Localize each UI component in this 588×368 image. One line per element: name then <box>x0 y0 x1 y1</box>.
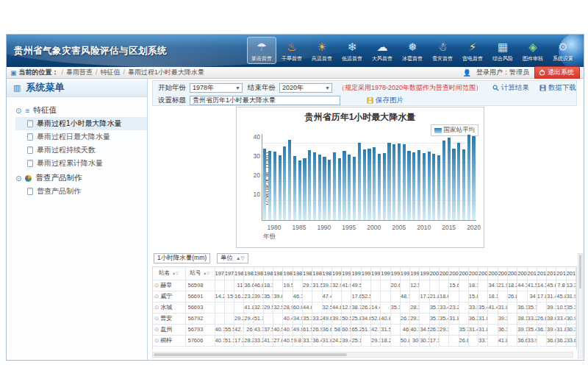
end-year-select[interactable]: 2020年 ▼ <box>279 83 332 93</box>
expand-row-icon[interactable]: ⊙ <box>154 315 159 322</box>
toolbar-item-drought-survey[interactable]: ♨干旱普查 <box>277 37 306 64</box>
toolbar-item-composite-risk[interactable]: ▦综合风险 <box>488 37 517 64</box>
year-header-1981[interactable]: 1981 <box>244 267 254 280</box>
year-header-1989[interactable]: 1989 <box>322 267 331 280</box>
year-header-2003[interactable]: 2003 <box>459 267 468 280</box>
station-id-header[interactable]: 站号 ▲▽ <box>185 267 215 280</box>
year-header-2007[interactable]: 2007 <box>498 267 507 280</box>
toolbar-item-wind-survey[interactable]: ☁大风普查 <box>368 37 397 64</box>
toolbar-item-hail-survey[interactable]: ❅冰雹普查 <box>398 37 427 64</box>
toolbar-item-system-settings[interactable]: ⚙系统设置 <box>548 37 578 64</box>
value-cell: 35.7 <box>527 302 537 313</box>
year-header-1983[interactable]: 1983 <box>263 267 273 280</box>
year-header-2001[interactable]: 2001 <box>439 267 448 280</box>
year-header-1999[interactable]: 1999 <box>420 267 429 280</box>
value-cell: 15.8 <box>468 291 478 302</box>
sidebar-item[interactable]: 暴雨过程持续天数 <box>15 144 147 157</box>
year-header-2012[interactable]: 2012 <box>547 267 556 280</box>
sort-arrows-icon[interactable]: ▲▽ <box>171 271 179 275</box>
station-name-header[interactable]: 站名 ▲▽ <box>153 267 185 280</box>
year-header-1986[interactable]: 1986 <box>293 267 302 280</box>
horizontal-scrollbar-thumb[interactable] <box>154 353 347 356</box>
year-header-1997[interactable]: 1997 <box>400 267 409 280</box>
value-cell <box>517 291 527 302</box>
vertical-scrollbar-thumb[interactable] <box>579 255 581 289</box>
year-header-1979[interactable]: 1979 <box>224 267 234 280</box>
year-header-1984[interactable]: 1984 <box>273 267 283 280</box>
chart-title-input[interactable]: 贵州省历年1小时最大降水量 <box>190 96 340 105</box>
year-header-1992[interactable]: 1992 <box>351 267 361 280</box>
toolbar-item-lightning-survey[interactable]: ⚡雷电普查 <box>458 37 487 64</box>
year-header-1980[interactable]: 1980 <box>234 267 244 280</box>
bar-2008 <box>412 152 415 220</box>
year-header-2013[interactable]: 2013 <box>556 267 566 280</box>
value-cell: 31.9 <box>566 291 576 302</box>
year-header-1988[interactable]: 1988 <box>312 267 322 280</box>
year-header-2011[interactable]: 2011 <box>537 267 546 280</box>
year-header-1991[interactable]: 1991 <box>342 267 351 280</box>
save-image-button[interactable]: 保存图片 <box>367 96 404 105</box>
year-header-2008[interactable]: 2008 <box>507 267 517 280</box>
expand-row-icon[interactable]: ⊙ <box>154 282 159 289</box>
station-name-cell[interactable]: ⊙赫章 <box>153 280 185 291</box>
data-download-button[interactable]: 数据下载 <box>539 83 576 93</box>
year-header-2006[interactable]: 2006 <box>488 267 498 280</box>
year-header-1990[interactable]: 1990 <box>331 267 341 280</box>
year-header-1995[interactable]: 1995 <box>381 267 390 280</box>
horizontal-scrollbar[interactable] <box>152 352 573 358</box>
year-header-2000[interactable]: 2000 <box>429 267 439 280</box>
toolbar-item-low-temp-survey[interactable]: ❄低温普查 <box>337 37 367 64</box>
breadcrumb-item[interactable]: 特征值 <box>101 68 121 76</box>
station-name-cell[interactable]: ⊙威宁 <box>153 291 185 302</box>
expand-row-icon[interactable]: ⊙ <box>154 293 159 300</box>
year-header-2005[interactable]: 2005 <box>478 267 488 280</box>
breadcrumb-item[interactable]: 暴雨普查 <box>66 68 93 76</box>
toolbar-item-map-audit[interactable]: ◈图件审核 <box>518 37 548 64</box>
expand-toggle-icon[interactable]: ⊙ <box>15 107 21 115</box>
unit-selector-value: 单位 <box>220 254 233 263</box>
sidebar-group-1[interactable]: ⊙普查产品制作 <box>15 171 147 185</box>
year-header-2002[interactable]: 2002 <box>449 267 459 280</box>
value-cell <box>478 291 488 302</box>
value-cell: 13.3 <box>566 280 576 291</box>
sidebar-group-0[interactable]: ⊙≡特征值 <box>15 104 147 117</box>
sort-arrows-icon[interactable]: ▲▽ <box>201 271 209 275</box>
year-header-1993[interactable]: 1993 <box>361 267 370 280</box>
logout-button[interactable]: 退出系统 <box>534 66 580 79</box>
sidebar-item[interactable]: 普查产品制作 <box>15 185 147 198</box>
start-year-select[interactable]: 1978年 ▼ <box>190 83 243 93</box>
year-header-1982[interactable]: 1982 <box>254 267 263 280</box>
expand-row-icon[interactable]: ⊙ <box>154 326 159 333</box>
expand-row-icon[interactable]: ⊙ <box>154 304 159 311</box>
expand-row-icon[interactable]: ⊙ <box>154 337 159 344</box>
sidebar-item[interactable]: 暴雨过程日最大降水量 <box>15 130 147 144</box>
year-header-1998[interactable]: 1998 <box>410 267 420 280</box>
metric-selector[interactable]: 1小时降水量(mm) <box>154 253 210 263</box>
unit-selector[interactable]: 单位 ▲▽ <box>217 253 248 263</box>
x-tick-label: 1990 <box>317 224 331 231</box>
calculate-button[interactable]: 计算结果 <box>492 83 529 93</box>
year-header-2010[interactable]: 2010 <box>527 267 537 280</box>
year-header-1987[interactable]: 1987 <box>303 267 312 280</box>
toolbar-item-high-temp-survey[interactable]: ☀高温普查 <box>307 37 337 64</box>
toolbar-item-rainstorm-survey[interactable]: ☂暴雨普查 <box>247 37 276 64</box>
station-name-cell[interactable]: ⊙桐梓 <box>153 335 185 346</box>
expand-toggle-icon[interactable]: ⊙ <box>15 174 21 183</box>
station-name-cell[interactable]: ⊙普安 <box>153 313 185 324</box>
sidebar-item[interactable]: 暴雨过程1小时最大降水量 <box>15 117 147 130</box>
station-name-cell[interactable]: ⊙盘州 <box>153 324 185 335</box>
sidebar-item[interactable]: 暴雨过程累计降水量 <box>15 157 147 170</box>
year-header-1985[interactable]: 1985 <box>283 267 293 280</box>
year-header-2014[interactable]: 2014 <box>566 267 576 280</box>
station-name-cell[interactable]: ⊙水城 <box>153 302 185 313</box>
toolbar-item-snow-survey[interactable]: ☃雪灾普查 <box>428 37 457 64</box>
breadcrumb-item[interactable]: 暴雨过程1小时最大降水量 <box>128 68 204 76</box>
year-header-1994[interactable]: 1994 <box>371 267 381 280</box>
table-row: ⊙威宁5669114.21516.223.239.335.739.646.347… <box>153 291 576 302</box>
year-header-2004[interactable]: 2004 <box>468 267 478 280</box>
value-cell: 17.2 <box>420 291 429 302</box>
year-header-1996[interactable]: 1996 <box>390 267 400 280</box>
vertical-scrollbar[interactable] <box>578 253 583 358</box>
year-header-2009[interactable]: 2009 <box>517 267 527 280</box>
year-header-1978[interactable]: 1978 <box>215 267 224 280</box>
